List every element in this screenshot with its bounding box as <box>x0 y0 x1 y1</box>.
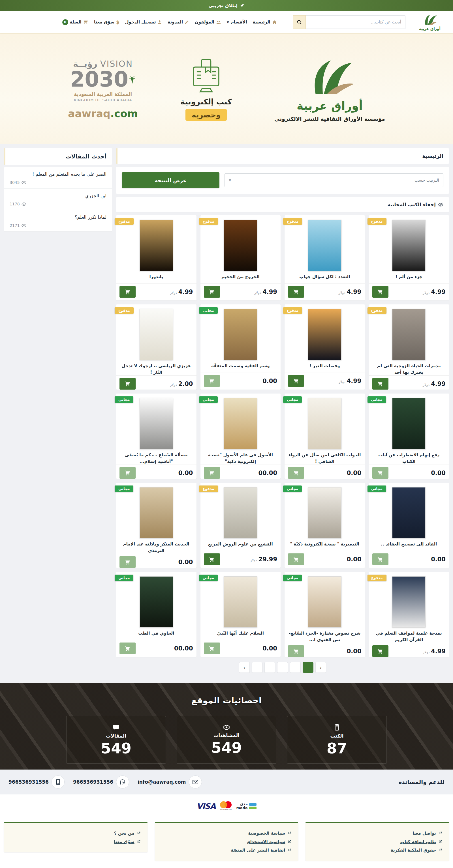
book-card[interactable]: مدفوع عزيزي الرياضي .. ارجوك لا تدخل الن… <box>116 304 197 390</box>
pagination-page[interactable] <box>252 662 262 673</box>
article-title[interactable]: ابن الجزري <box>10 193 107 198</box>
sort-select[interactable]: الترتيب حسب ▼ <box>225 174 443 187</box>
book-cover[interactable] <box>224 576 257 627</box>
add-to-cart-button[interactable] <box>119 467 136 479</box>
book-cover[interactable] <box>140 398 173 449</box>
pagination-page[interactable] <box>277 662 288 673</box>
footer-link[interactable]: طلب اضافة كتاب <box>312 839 442 844</box>
article-item[interactable]: ابن الجزري 1178 <box>4 189 112 210</box>
book-cover[interactable] <box>392 487 426 538</box>
book-title[interactable]: الأصول في علم الأصول "نسخة إلكترونية ذكي… <box>200 452 281 465</box>
book-card[interactable]: مدفوع مدمرات الحياة الزوجية التي لم يخبر… <box>369 304 449 390</box>
footer-link[interactable]: سياسية الاستخدام <box>162 839 292 844</box>
add-to-cart-button[interactable] <box>204 467 220 479</box>
book-cover[interactable] <box>392 576 426 627</box>
book-cover[interactable] <box>224 487 257 538</box>
article-title[interactable]: لماذا نكرر العلم؟ <box>10 214 107 220</box>
pagination-next[interactable]: › <box>315 662 326 673</box>
book-title[interactable]: وفصلت العير ! <box>285 363 365 369</box>
book-title[interactable]: المُشبِع من علوم الروض المربع <box>200 541 281 548</box>
book-card[interactable]: مجانى مسألة السّماع - حكم ما يُسمّى "أنا… <box>116 394 197 479</box>
book-card[interactable]: مجانى السلام عليك أيّها النّبيّ 0.00 <box>200 572 281 657</box>
book-title[interactable]: شرح نصوص مختارة -الجزء السّابع- نص الفتو… <box>285 630 365 643</box>
article-item[interactable]: الصبر على ما يجده المتعلم من المعلم ! 30… <box>4 167 112 189</box>
book-card[interactable]: مدفوع التعدد : لكل سؤال جواب 4.99 دولار <box>285 215 365 301</box>
support-email[interactable]: info@aawraq.com <box>138 775 202 788</box>
book-cover[interactable] <box>308 487 341 538</box>
book-card[interactable]: مجانى الأصول في علم الأصول "نسخة إلكترون… <box>200 394 281 479</box>
site-logo[interactable]: أوراق عربية <box>413 13 447 31</box>
book-title[interactable]: دفع إيهام الاضطراب عن آيات الكتاب <box>369 452 449 465</box>
book-card[interactable]: مدفوع المُشبِع من علوم الروض المربع 29.9… <box>200 483 281 568</box>
add-to-cart-button[interactable] <box>372 378 389 390</box>
pagination-page[interactable] <box>303 662 313 673</box>
search-input[interactable] <box>306 15 405 29</box>
book-card[interactable]: مجانى شرح نصوص مختارة -الجزء السّابع- نص… <box>285 572 365 657</box>
book-card[interactable]: مدفوع جزء من ألم ! 4.99 دولار <box>369 215 449 301</box>
book-card[interactable]: مجانى القائد إلى تصحيح العقائد .. 0.00 <box>369 483 449 568</box>
book-title[interactable]: التعدد : لكل سؤال جواب <box>285 274 365 280</box>
book-cover[interactable] <box>140 576 173 627</box>
book-cover[interactable] <box>392 398 426 449</box>
add-to-cart-button[interactable] <box>119 556 136 568</box>
add-to-cart-button[interactable] <box>204 375 220 387</box>
book-title[interactable]: الحاوي في الطب <box>116 630 197 637</box>
add-to-cart-button[interactable] <box>288 645 304 657</box>
add-to-cart-button[interactable] <box>288 553 304 565</box>
book-card[interactable]: مجانى الجواب الكافي لمن سأل عن الدواء ال… <box>285 394 365 479</box>
book-title[interactable]: الحديث المنكر ودلالته عند الإمام الترمذي <box>116 541 197 554</box>
add-to-cart-button[interactable] <box>372 286 389 298</box>
book-title[interactable]: جزء من ألم ! <box>369 274 449 280</box>
book-title[interactable]: مدمرات الحياة الزوجية التي لم يخبرك بها … <box>369 363 449 375</box>
book-cover[interactable] <box>140 220 173 271</box>
nav-item-home[interactable]: الرئيسية <box>253 20 277 25</box>
search-button[interactable] <box>293 15 306 29</box>
support-phone[interactable]: 966536931556 <box>8 775 64 788</box>
book-cover[interactable] <box>140 487 173 538</box>
nav-item-authors[interactable]: المؤلفون <box>195 20 221 25</box>
add-to-cart-button[interactable] <box>372 467 389 479</box>
add-to-cart-button[interactable] <box>372 645 389 657</box>
book-cover[interactable] <box>140 309 173 360</box>
add-to-cart-button[interactable] <box>119 286 136 298</box>
book-title[interactable]: الخروج من الجحيم <box>200 274 281 280</box>
book-cover[interactable] <box>224 398 257 449</box>
pagination-page[interactable] <box>264 662 275 673</box>
article-item[interactable]: لماذا نكرر العلم؟ 2171 <box>4 210 112 231</box>
book-card[interactable]: مدفوع الخروج من الجحيم 4.99 دولار <box>200 215 281 301</box>
add-to-cart-button[interactable] <box>288 286 304 298</box>
support-whatsapp[interactable]: 966536931556 <box>73 775 129 788</box>
book-card[interactable]: مجانى وسم الفقيه وسمت المتفقّه 0.00 <box>200 304 281 390</box>
add-to-cart-button[interactable] <box>288 375 304 387</box>
book-card[interactable]: مجانى الحديث المنكر ودلالته عند الإمام ا… <box>116 483 197 568</box>
add-to-cart-button[interactable] <box>372 553 389 565</box>
footer-link[interactable]: تواصل معنا <box>312 831 442 836</box>
show-results-button[interactable]: عرض النتيجة <box>122 172 220 188</box>
book-cover[interactable] <box>224 220 257 271</box>
book-title[interactable]: وسم الفقيه وسمت المتفقّه <box>200 363 281 369</box>
book-card[interactable]: مجانى التدميرية " نسخة إلكترونية ذكيّة "… <box>285 483 365 568</box>
footer-link[interactable]: حقوق الملكية الفكرية <box>312 848 442 853</box>
footer-link[interactable]: سياسة الخصوصية <box>162 831 292 836</box>
book-cover[interactable] <box>308 309 341 360</box>
nav-item-affiliate[interactable]: $ سوّق معنا <box>94 20 119 25</box>
book-title[interactable]: نمذجة علمية لمواقف التعلم في القرآن الكر… <box>369 630 449 643</box>
add-to-cart-button[interactable] <box>204 553 220 565</box>
nav-item-login[interactable]: تسجيل الدخول <box>125 20 162 25</box>
book-title[interactable]: الجواب الكافي لمن سأل عن الدواء الشافي ! <box>285 452 365 465</box>
book-card[interactable]: مدفوع وفصلت العير ! 4.99 دولار <box>285 304 365 390</box>
add-to-cart-button[interactable] <box>119 643 136 654</box>
footer-link[interactable]: سوّق معنا <box>11 839 141 844</box>
nav-item-categories[interactable]: الأقسام ▼ <box>227 20 247 25</box>
breadcrumb[interactable]: الرئيسية <box>116 148 449 164</box>
book-title[interactable]: مسألة السّماع - حكم ما يُسمّى "أناشيد إس… <box>116 452 197 465</box>
book-cover[interactable] <box>308 398 341 449</box>
footer-link[interactable]: اتفاقية النشر على المنصّة <box>162 848 292 853</box>
add-to-cart-button[interactable] <box>119 378 136 390</box>
add-to-cart-button[interactable] <box>288 467 304 479</box>
book-cover[interactable] <box>392 309 426 360</box>
book-title[interactable]: باندورا <box>116 274 197 280</box>
nav-item-cart[interactable]: السلة 0 <box>62 19 88 25</box>
add-to-cart-button[interactable] <box>204 643 220 654</box>
add-to-cart-button[interactable] <box>204 286 220 298</box>
